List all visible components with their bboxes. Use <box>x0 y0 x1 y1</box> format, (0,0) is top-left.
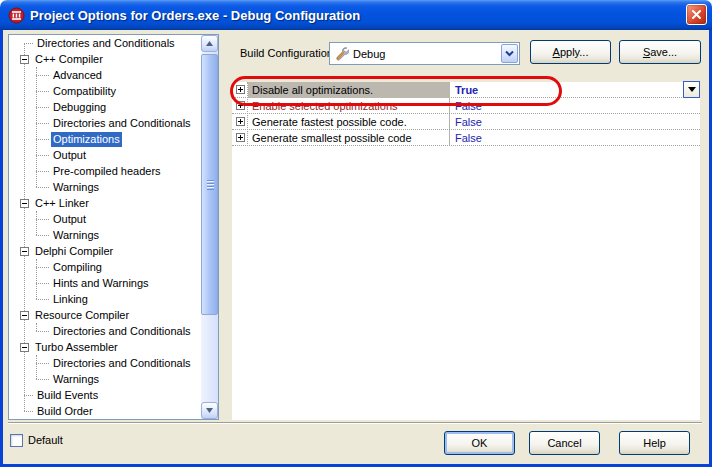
tree-connector <box>24 411 33 412</box>
tree-connector <box>24 395 33 396</box>
tree-item-directories-and-conditionals[interactable]: Directories and Conditionals <box>9 323 201 339</box>
default-checkbox-label: Default <box>28 434 63 446</box>
scrollbar-thumb[interactable] <box>201 54 218 315</box>
cancel-button[interactable]: Cancel <box>529 431 600 455</box>
property-row-generate-fastest-possible-code[interactable]: Generate fastest possible code.False <box>232 114 700 130</box>
property-name: Generate smallest possible code <box>248 130 450 146</box>
options-tree: Directories and ConditionalsC++ Compiler… <box>9 35 201 419</box>
tree-connector <box>36 91 49 92</box>
thumb-grip-icon <box>207 180 214 190</box>
window-title: Project Options for Orders.exe - Debug C… <box>30 8 360 23</box>
tree-item-output[interactable]: Output <box>9 211 201 227</box>
tree-item-label: Directories and Conditionals <box>51 356 193 371</box>
tree-item-label: Directories and Conditionals <box>35 36 177 51</box>
tree-item-output[interactable]: Output <box>9 147 201 163</box>
project-options-dialog: Project Options for Orders.exe - Debug C… <box>0 0 712 467</box>
tree-connector <box>36 75 49 76</box>
tree-connector <box>36 267 49 268</box>
tree-connector <box>36 299 49 300</box>
tree-item-label: Advanced <box>51 68 104 83</box>
collapse-minus-icon[interactable] <box>20 55 29 64</box>
footer-separator <box>8 422 702 424</box>
combo-dropdown-button[interactable] <box>501 44 518 63</box>
tree-item-linking[interactable]: Linking <box>9 291 201 307</box>
tree-connector <box>36 171 49 172</box>
build-configuration-label: Build Configuration <box>240 47 333 59</box>
tree-item-label: Build Order <box>35 404 95 419</box>
tree-item-label: Output <box>51 148 88 163</box>
wrench-icon <box>334 46 349 61</box>
tree-item-label: C++ Compiler <box>33 52 105 67</box>
tree-item-compatibility[interactable]: Compatibility <box>9 83 201 99</box>
tree-item-debugging[interactable]: Debugging <box>9 99 201 115</box>
tree-connector <box>36 139 49 140</box>
window-frame: Directories and ConditionalsC++ Compiler… <box>0 30 712 467</box>
tree-connector <box>36 123 49 124</box>
expand-plus-icon[interactable] <box>236 133 245 142</box>
options-tree-panel: Directories and ConditionalsC++ Compiler… <box>8 34 219 420</box>
scroll-up-button[interactable] <box>201 35 218 52</box>
tree-item-directories-and-conditionals[interactable]: Directories and Conditionals <box>9 355 201 371</box>
scroll-down-button[interactable] <box>201 402 218 419</box>
tree-item-turbo-assembler[interactable]: Turbo Assembler <box>9 339 201 355</box>
help-button[interactable]: Help <box>619 431 690 455</box>
property-value[interactable]: False <box>450 115 700 129</box>
tree-connector <box>36 331 49 332</box>
tree-item-label: Compatibility <box>51 84 118 99</box>
collapse-minus-icon[interactable] <box>20 311 29 320</box>
tree-connector <box>36 235 49 236</box>
tree-item-label: Directories and Conditionals <box>51 116 193 131</box>
tree-item-c-linker[interactable]: C++ Linker <box>9 195 201 211</box>
tree-scrollbar[interactable] <box>201 35 218 419</box>
collapse-minus-icon[interactable] <box>20 247 29 256</box>
property-row-generate-smallest-possible-code[interactable]: Generate smallest possible codeFalse <box>232 130 700 146</box>
tree-item-compiling[interactable]: Compiling <box>9 259 201 275</box>
default-checkbox[interactable] <box>10 434 23 447</box>
tree-item-warnings[interactable]: Warnings <box>9 179 201 195</box>
tree-item-label: Resource Compiler <box>33 308 131 323</box>
tree-item-directories-and-conditionals[interactable]: Directories and Conditionals <box>9 115 201 131</box>
save-button[interactable]: Save... <box>619 40 701 64</box>
tree-item-label: Output <box>51 212 88 227</box>
tree-item-build-events[interactable]: Build Events <box>9 387 201 403</box>
property-grid: Disable all optimizations.TrueEnable sel… <box>232 82 700 420</box>
titlebar[interactable]: Project Options for Orders.exe - Debug C… <box>0 0 712 30</box>
tree-item-label: C++ Linker <box>33 196 91 211</box>
tree-item-optimizations[interactable]: Optimizations <box>9 131 201 147</box>
build-configuration-combobox[interactable]: Debug <box>329 42 520 65</box>
tree-connector <box>36 107 49 108</box>
close-icon <box>691 9 702 20</box>
dialog-client-area: Directories and ConditionalsC++ Compiler… <box>3 30 709 464</box>
tree-item-warnings[interactable]: Warnings <box>9 371 201 387</box>
build-configuration-value: Debug <box>353 48 519 60</box>
tree-item-warnings[interactable]: Warnings <box>9 227 201 243</box>
app-icon <box>8 7 25 24</box>
tree-item-label: Debugging <box>51 100 108 115</box>
close-button[interactable] <box>686 4 707 25</box>
expand-plus-icon[interactable] <box>236 117 245 126</box>
property-value[interactable]: False <box>450 131 700 145</box>
value-dropdown-button[interactable] <box>683 81 700 98</box>
apply-button[interactable]: Apply... <box>530 40 611 64</box>
tree-item-resource-compiler[interactable]: Resource Compiler <box>9 307 201 323</box>
tree-item-label: Hints and Warnings <box>51 276 151 291</box>
tree-item-label: Compiling <box>51 260 104 275</box>
tree-item-label: Optimizations <box>51 132 122 147</box>
tree-item-build-order[interactable]: Build Order <box>9 403 201 419</box>
tree-item-hints-and-warnings[interactable]: Hints and Warnings <box>9 275 201 291</box>
tree-item-c-compiler[interactable]: C++ Compiler <box>9 51 201 67</box>
tree-item-pre-compiled-headers[interactable]: Pre-compiled headers <box>9 163 201 179</box>
tree-item-advanced[interactable]: Advanced <box>9 67 201 83</box>
tree-item-directories-and-conditionals[interactable]: Directories and Conditionals <box>9 35 201 51</box>
tree-item-label: Warnings <box>51 180 101 195</box>
tree-connector <box>36 379 49 380</box>
ok-button[interactable]: OK <box>444 431 515 455</box>
arrow-down-icon <box>206 408 213 413</box>
collapse-minus-icon[interactable] <box>20 343 29 352</box>
collapse-minus-icon[interactable] <box>20 199 29 208</box>
red-highlight-annotation <box>230 76 562 106</box>
tree-item-label: Pre-compiled headers <box>51 164 163 179</box>
tree-item-label: Delphi Compiler <box>33 244 115 259</box>
property-name: Generate fastest possible code. <box>248 114 450 130</box>
tree-item-delphi-compiler[interactable]: Delphi Compiler <box>9 243 201 259</box>
